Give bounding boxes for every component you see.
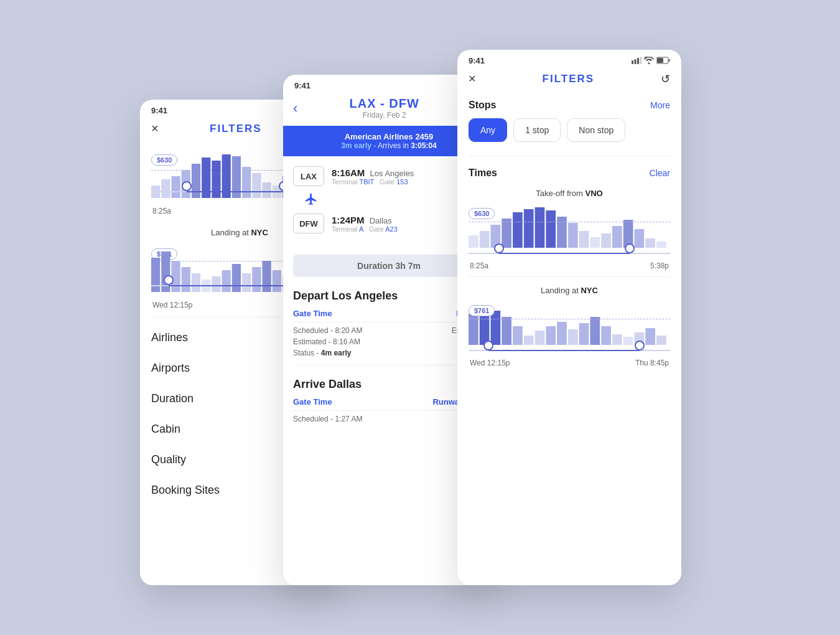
slider-thumb-right-3[interactable] <box>625 243 635 253</box>
stop-btn-any[interactable]: Any <box>469 118 507 142</box>
svg-rect-61 <box>491 311 501 345</box>
status-label: Status - 4m early <box>293 349 351 357</box>
landing-chart: Landing at NYC $761 <box>457 281 681 370</box>
svg-rect-57 <box>645 238 655 248</box>
svg-rect-47 <box>535 207 545 248</box>
departure-stop: LAX 8:16AM Los Angeles Terminal TBIT Gat… <box>293 166 485 186</box>
landing-bars <box>469 304 670 345</box>
slider-thumb-right-4[interactable] <box>635 341 645 350</box>
svg-rect-70 <box>590 317 600 345</box>
slider-thumb-left-1[interactable] <box>182 181 192 191</box>
arrival-city: Dallas <box>370 216 392 225</box>
svg-rect-39 <box>669 59 670 62</box>
status-bar-3: 9:41 <box>457 50 681 69</box>
arrive-scheduled: Scheduled - 1:27 AM <box>293 415 362 423</box>
reset-button-3[interactable]: ↺ <box>661 72 670 86</box>
svg-rect-63 <box>513 326 523 345</box>
close-button-1[interactable]: × <box>151 121 159 136</box>
plane-icon-row <box>293 192 485 214</box>
svg-rect-72 <box>612 334 622 345</box>
svg-rect-36 <box>637 58 639 64</box>
svg-rect-67 <box>557 322 567 345</box>
banner-early: 3m early <box>341 141 371 150</box>
svg-rect-66 <box>546 326 556 345</box>
wifi-icon <box>644 57 654 65</box>
banner-arrives-time: 3:05:04 <box>411 141 436 150</box>
gate-row-header: Gate Time Runw... <box>293 309 485 322</box>
svg-rect-44 <box>502 219 511 248</box>
svg-rect-65 <box>535 331 545 345</box>
route-title: LAX - DFW <box>302 96 466 111</box>
arrival-stop: DFW 1:24PM Dallas Terminal A Gate A23 <box>293 214 485 233</box>
times-clear[interactable]: Clear <box>650 168 670 178</box>
svg-rect-50 <box>568 223 578 248</box>
plane-icon <box>304 192 318 206</box>
landing-subtitle: Landing at NYC <box>469 286 670 295</box>
status-time-1: 9:41 <box>151 106 167 115</box>
stops-title: Stops <box>469 100 496 111</box>
battery-icon <box>656 57 670 65</box>
status-icons-3 <box>632 57 670 65</box>
detail-row-status: Status - 4m early <box>293 349 485 357</box>
svg-rect-52 <box>590 237 600 248</box>
svg-rect-75 <box>645 328 655 345</box>
filter-title-3: FILTERS <box>543 73 595 85</box>
arrive-title: Arrive Dallas <box>293 378 485 391</box>
stops-more[interactable]: More <box>650 100 670 110</box>
svg-rect-68 <box>568 329 578 345</box>
takeoff-chart: Take-off from VNO $630 <box>457 184 681 273</box>
filter-header-3: × FILTERS ↺ <box>457 69 681 93</box>
filter-title-1: FILTERS <box>210 123 262 135</box>
landing-price-badge: $761 <box>469 305 495 316</box>
duration-bar: Duration 3h 7m <box>293 255 485 277</box>
slider-thumb-left-2[interactable] <box>164 275 174 285</box>
svg-rect-42 <box>480 231 490 248</box>
arrive-gate-time: Gate Time <box>293 397 332 407</box>
svg-rect-76 <box>656 336 666 345</box>
close-button-3[interactable]: × <box>469 72 476 86</box>
svg-rect-69 <box>579 323 589 345</box>
svg-rect-41 <box>469 235 478 248</box>
depart-title: Depart Los Angeles <box>293 289 485 303</box>
svg-rect-71 <box>601 326 611 345</box>
status-time-3: 9:41 <box>469 56 485 65</box>
times-title: Times <box>469 167 497 179</box>
status-time-2: 9:41 <box>294 81 310 90</box>
svg-rect-56 <box>635 229 645 248</box>
svg-rect-54 <box>612 226 622 248</box>
phone-filters-front: 9:41 × FILTERS ↺ Stops More <box>457 50 681 585</box>
back-button[interactable]: ‹ <box>293 100 297 116</box>
detail-row-estimated: Estimated - 8:16 AM Status - <box>293 337 485 346</box>
banner-airline: American Airlines 2459 <box>293 132 485 141</box>
slider-thumb-left-4[interactable] <box>483 341 493 350</box>
svg-rect-34 <box>632 60 633 64</box>
estimated-label: Estimated - 8:16 AM <box>293 337 360 346</box>
takeoff-price-badge: $630 <box>469 208 495 219</box>
stop-buttons-group: Any 1 stop Non stop <box>457 116 681 151</box>
route-date: Friday, Feb 2 <box>302 111 466 120</box>
slider-thumb-left-3[interactable] <box>494 243 504 253</box>
landing-time-labels: Wed 12:15p Thu 8:45p <box>469 359 670 367</box>
detail-row-scheduled: Scheduled - 8:20 AM Estimated <box>293 326 485 335</box>
takeoff-time-labels: 8:25a 5:38p <box>469 261 670 270</box>
stop-btn-1stop[interactable]: 1 stop <box>513 118 561 142</box>
svg-rect-45 <box>513 212 523 248</box>
svg-rect-40 <box>657 58 663 63</box>
svg-rect-48 <box>546 210 556 248</box>
banner-arrives-label: - Arrives in <box>373 141 411 150</box>
svg-rect-64 <box>524 336 534 345</box>
svg-rect-62 <box>502 317 511 345</box>
scheduled-label: Scheduled - 8:20 AM <box>293 326 362 335</box>
stop-btn-nonstop[interactable]: Non stop <box>567 118 625 142</box>
svg-rect-58 <box>656 242 666 248</box>
svg-rect-37 <box>640 57 642 64</box>
banner-status: 3m early - Arrives in 3:05:04 <box>293 141 485 150</box>
svg-rect-46 <box>524 209 534 248</box>
times-section-label: Times Clear <box>457 161 681 184</box>
svg-rect-35 <box>635 59 637 64</box>
stops-section-label: Stops More <box>457 93 681 116</box>
svg-rect-73 <box>623 337 633 345</box>
signal-icon <box>632 57 642 65</box>
dfw-badge: DFW <box>293 214 324 233</box>
lax-badge: LAX <box>293 166 324 186</box>
